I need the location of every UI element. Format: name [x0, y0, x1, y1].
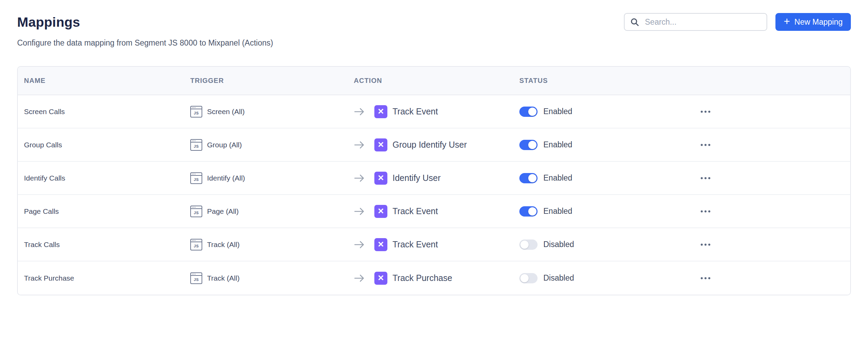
- mapping-status-cell: Enabled: [513, 140, 690, 150]
- row-menu-cell: [690, 236, 850, 253]
- mapping-action-label: Group Identify User: [393, 140, 467, 150]
- table-row: Screen Calls JS Screen (All) ✕ Track Eve…: [18, 95, 850, 128]
- mapping-name: Screen Calls: [18, 108, 184, 116]
- arrow-right-icon: [354, 274, 365, 283]
- js-icon-label: JS: [191, 143, 202, 150]
- mapping-action-cell: ✕ Track Event: [348, 105, 513, 118]
- browser-window-bar: [191, 107, 202, 109]
- table-header-row: NAME TRIGGER ACTION STATUS: [18, 67, 850, 95]
- mapping-status-cell: Enabled: [513, 173, 690, 183]
- mixpanel-icon: ✕: [374, 138, 387, 151]
- row-menu-cell: [690, 103, 850, 120]
- mapping-action-cell: ✕ Group Identify User: [348, 138, 513, 151]
- mapping-status-cell: Disabled: [513, 273, 690, 283]
- mapping-name: Identify Calls: [18, 174, 184, 182]
- new-mapping-label: New Mapping: [794, 17, 843, 27]
- row-menu-button[interactable]: [697, 137, 714, 153]
- mapping-trigger-cell: JS Page (All): [184, 206, 348, 217]
- mixpanel-glyph: ✕: [377, 141, 384, 149]
- mapping-trigger-label: Identify (All): [207, 174, 245, 182]
- toggle-knob: [528, 207, 537, 216]
- search-input[interactable]: [644, 17, 761, 27]
- mapping-action-cell: ✕ Track Event: [348, 238, 513, 251]
- mapping-action-cell: ✕ Track Purchase: [348, 272, 513, 285]
- ellipsis-icon: [701, 177, 703, 179]
- mappings-table: NAME TRIGGER ACTION STATUS Screen Calls …: [17, 66, 851, 295]
- status-toggle[interactable]: [519, 140, 538, 150]
- mapping-trigger-label: Screen (All): [207, 108, 245, 116]
- page-subtitle: Configure the data mapping from Segment …: [17, 38, 273, 48]
- mapping-trigger-cell: JS Group (All): [184, 139, 348, 151]
- row-menu-button[interactable]: [697, 170, 714, 186]
- page-title: Mappings: [17, 15, 273, 29]
- search-icon: [630, 17, 639, 27]
- column-header-action: ACTION: [348, 77, 513, 85]
- arrow-right-icon: [354, 107, 365, 116]
- mixpanel-icon: ✕: [374, 105, 387, 118]
- mapping-action-label: Track Event: [393, 107, 438, 116]
- mixpanel-icon: ✕: [374, 205, 387, 218]
- toggle-knob: [528, 141, 537, 149]
- mapping-trigger-label: Group (All): [207, 141, 242, 149]
- mapping-action-cell: ✕ Track Event: [348, 205, 513, 218]
- mapping-trigger-cell: JS Track (All): [184, 272, 348, 284]
- browser-window-bar: [191, 206, 202, 209]
- table-row: Identify Calls JS Identify (All) ✕ Ident…: [18, 162, 850, 195]
- segment-js-source-icon: JS: [190, 272, 202, 284]
- status-toggle[interactable]: [519, 273, 538, 283]
- search-box[interactable]: [624, 13, 767, 31]
- page-header: Mappings Configure the data mapping from…: [17, 13, 851, 48]
- row-menu-button[interactable]: [697, 236, 714, 253]
- table-row: Page Calls JS Page (All) ✕ Track Event: [18, 195, 850, 228]
- mapping-action-label: Track Event: [393, 239, 438, 249]
- status-label: Disabled: [543, 240, 574, 249]
- mapping-action-label: Track Purchase: [393, 273, 452, 283]
- mapping-trigger-label: Track (All): [207, 274, 240, 282]
- toggle-knob: [528, 108, 537, 116]
- table-row: Track Calls JS Track (All) ✕ Track Event: [18, 228, 850, 261]
- status-label: Enabled: [543, 207, 572, 216]
- mappings-page: Mappings Configure the data mapping from…: [0, 0, 868, 295]
- column-header-status: STATUS: [513, 77, 690, 85]
- mapping-name: Group Calls: [18, 141, 184, 149]
- status-toggle[interactable]: [519, 107, 538, 117]
- mapping-name: Track Calls: [18, 241, 184, 249]
- status-label: Enabled: [543, 173, 572, 183]
- table-row: Group Calls JS Group (All) ✕ Group Ident…: [18, 128, 850, 162]
- arrow-right-icon: [354, 174, 365, 183]
- status-label: Enabled: [543, 140, 572, 149]
- status-toggle[interactable]: [519, 239, 538, 250]
- status-toggle[interactable]: [519, 206, 538, 217]
- row-menu-cell: [690, 170, 850, 186]
- status-toggle[interactable]: [519, 173, 538, 183]
- mixpanel-icon: ✕: [374, 272, 387, 285]
- mapping-trigger-label: Track (All): [207, 241, 240, 249]
- mapping-status-cell: Enabled: [513, 206, 690, 217]
- ellipsis-icon: [701, 244, 703, 246]
- mapping-action-label: Track Event: [393, 206, 438, 216]
- column-header-name: NAME: [18, 77, 184, 85]
- mapping-name: Page Calls: [18, 207, 184, 216]
- mapping-trigger-label: Page (All): [207, 207, 239, 216]
- mixpanel-icon: ✕: [374, 172, 387, 185]
- ellipsis-icon: [701, 277, 703, 279]
- new-mapping-button[interactable]: + New Mapping: [775, 13, 851, 31]
- browser-window-bar: [191, 239, 202, 242]
- js-icon-label: JS: [191, 276, 202, 283]
- segment-js-source-icon: JS: [190, 206, 202, 217]
- toggle-knob: [528, 174, 537, 182]
- row-menu-cell: [690, 203, 850, 220]
- mixpanel-glyph: ✕: [377, 108, 384, 115]
- arrow-right-icon: [354, 207, 365, 216]
- row-menu-cell: [690, 270, 850, 286]
- row-menu-button[interactable]: [697, 103, 714, 120]
- js-icon-label: JS: [191, 209, 202, 217]
- plus-icon: +: [784, 16, 790, 27]
- browser-window-bar: [191, 173, 202, 176]
- mapping-status-cell: Disabled: [513, 239, 690, 250]
- row-menu-button[interactable]: [697, 203, 714, 220]
- mixpanel-glyph: ✕: [377, 274, 384, 282]
- toggle-knob: [520, 241, 529, 249]
- row-menu-button[interactable]: [697, 270, 714, 286]
- toggle-knob: [520, 274, 529, 282]
